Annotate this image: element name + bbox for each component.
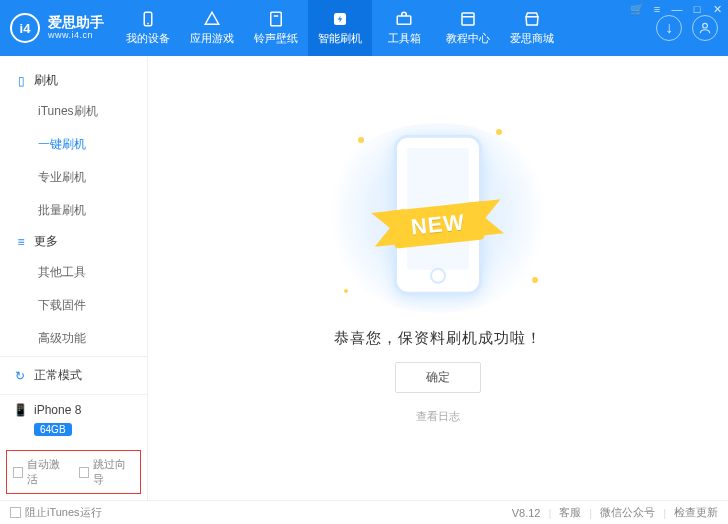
- cart-icon[interactable]: 🛒: [630, 2, 644, 16]
- tab-label: 爱思商城: [510, 31, 554, 46]
- sidebar-item[interactable]: iTunes刷机: [0, 95, 147, 128]
- logo-icon: i4: [10, 13, 40, 43]
- skip-wizard-checkbox[interactable]: 跳过向导: [79, 457, 135, 487]
- app-logo: i4 爱思助手 www.i4.cn: [0, 13, 116, 43]
- menu-icon[interactable]: ≡: [650, 2, 664, 16]
- options-highlight-box: 自动激活 跳过向导: [6, 450, 141, 494]
- sidebar-item[interactable]: 专业刷机: [0, 161, 147, 194]
- window-controls: 🛒 ≡ — □ ✕: [630, 2, 724, 16]
- version-label: V8.12: [512, 507, 541, 519]
- tab-label: 铃声壁纸: [254, 31, 298, 46]
- flash-icon: [331, 10, 349, 28]
- view-log-link[interactable]: 查看日志: [416, 409, 460, 424]
- download-button[interactable]: ↓: [656, 15, 682, 41]
- header-tabs: 我的设备应用游戏铃声壁纸智能刷机工具箱教程中心爱思商城: [116, 0, 564, 56]
- minimize-button[interactable]: —: [670, 2, 684, 16]
- sidebar-group-label: 刷机: [34, 72, 58, 89]
- device-icon: 📱: [12, 403, 28, 417]
- storage-badge: 64GB: [34, 423, 72, 436]
- sidebar-group-more[interactable]: ≡ 更多: [0, 227, 147, 256]
- sidebar-item[interactable]: 批量刷机: [0, 194, 147, 227]
- user-button[interactable]: [692, 15, 718, 41]
- device-row[interactable]: 📱 iPhone 8 64GB: [0, 395, 147, 446]
- sidebar-item[interactable]: 高级功能: [0, 322, 147, 355]
- sidebar-item[interactable]: 下载固件: [0, 289, 147, 322]
- footer: 阻止iTunes运行 V8.12 | 客服 | 微信公众号 | 检查更新: [0, 500, 728, 524]
- tab-book[interactable]: 教程中心: [436, 0, 500, 56]
- sidebar-group-flash[interactable]: ▯ 刷机: [0, 66, 147, 95]
- svg-rect-6: [462, 13, 474, 25]
- mode-label: 正常模式: [34, 367, 82, 384]
- apps-icon: [203, 10, 221, 28]
- maximize-button[interactable]: □: [690, 2, 704, 16]
- app-name-cn: 爱思助手: [48, 15, 104, 30]
- success-message: 恭喜您，保资料刷机成功啦！: [334, 329, 542, 348]
- main-panel: NEW 恭喜您，保资料刷机成功啦！ 确定 查看日志: [148, 56, 728, 500]
- kit-icon: [395, 10, 413, 28]
- phone-icon: [139, 10, 157, 28]
- footer-link-wechat[interactable]: 微信公众号: [600, 505, 655, 520]
- tab-label: 教程中心: [446, 31, 490, 46]
- sidebar-group-label: 更多: [34, 233, 58, 250]
- svg-rect-2: [271, 12, 282, 26]
- sidebar: ▯ 刷机 iTunes刷机一键刷机专业刷机批量刷机 ≡ 更多 其他工具下载固件高…: [0, 56, 148, 500]
- auto-activate-label: 自动激活: [27, 457, 68, 487]
- tab-note[interactable]: 铃声壁纸: [244, 0, 308, 56]
- tab-label: 应用游戏: [190, 31, 234, 46]
- block-itunes-checkbox[interactable]: 阻止iTunes运行: [10, 505, 102, 520]
- shop-icon: [523, 10, 541, 28]
- tab-label: 工具箱: [388, 31, 421, 46]
- mode-row[interactable]: ↻ 正常模式: [0, 357, 147, 395]
- tab-label: 智能刷机: [318, 31, 362, 46]
- app-header: i4 爱思助手 www.i4.cn 我的设备应用游戏铃声壁纸智能刷机工具箱教程中…: [0, 0, 728, 56]
- sidebar-item[interactable]: 其他工具: [0, 256, 147, 289]
- svg-rect-5: [397, 16, 411, 24]
- ok-button[interactable]: 确定: [395, 362, 481, 393]
- success-illustration: NEW: [318, 123, 558, 313]
- tab-flash[interactable]: 智能刷机: [308, 0, 372, 56]
- close-button[interactable]: ✕: [710, 2, 724, 16]
- logo-text: 爱思助手 www.i4.cn: [48, 15, 104, 40]
- device-name: iPhone 8: [34, 403, 81, 417]
- book-icon: [459, 10, 477, 28]
- tab-shop[interactable]: 爱思商城: [500, 0, 564, 56]
- tab-kit[interactable]: 工具箱: [372, 0, 436, 56]
- app-name-en: www.i4.cn: [48, 31, 104, 41]
- svg-point-8: [703, 23, 708, 28]
- tab-apps[interactable]: 应用游戏: [180, 0, 244, 56]
- note-icon: [267, 10, 285, 28]
- list-icon: ≡: [14, 235, 28, 249]
- auto-activate-checkbox[interactable]: 自动激活: [13, 457, 69, 487]
- sidebar-item[interactable]: 一键刷机: [0, 128, 147, 161]
- block-itunes-label: 阻止iTunes运行: [25, 505, 102, 520]
- skip-wizard-label: 跳过向导: [93, 457, 134, 487]
- footer-link-update[interactable]: 检查更新: [674, 505, 718, 520]
- tab-label: 我的设备: [126, 31, 170, 46]
- phone-icon: ▯: [14, 74, 28, 88]
- footer-link-support[interactable]: 客服: [559, 505, 581, 520]
- tab-phone[interactable]: 我的设备: [116, 0, 180, 56]
- refresh-icon: ↻: [12, 369, 28, 383]
